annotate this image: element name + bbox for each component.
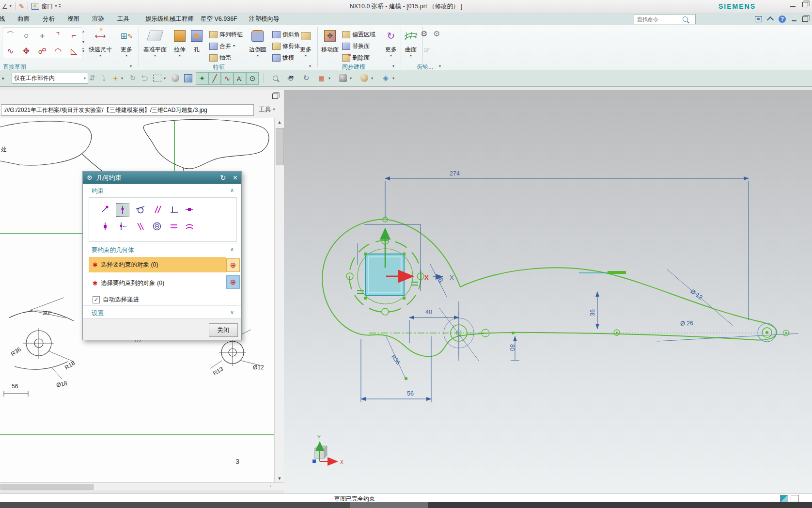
offset-curve-icon[interactable]: ☍ (34, 44, 50, 59)
fillet-icon[interactable]: ⌝ (50, 28, 66, 44)
snap-disabled-icon-2[interactable]: ⤵ (98, 72, 109, 84)
restore-button[interactable] (802, 2, 808, 7)
fullscreen-icon[interactable] (755, 16, 762, 22)
offset-region-button[interactable]: 偏置区域 (342, 29, 375, 40)
surface-button[interactable]: 曲面▾ (399, 27, 422, 63)
selection-scope-combo[interactable]: 仅在工作部件内▾ (12, 73, 88, 84)
select-object-crosshair-button[interactable]: ⊕ (226, 258, 240, 272)
grid-scroll-down[interactable]: ▾ (82, 40, 84, 44)
grid-display-icon[interactable]: ▦ (316, 72, 328, 84)
pan-window-icon[interactable]: 🖑 (285, 72, 297, 84)
color-palette-icon[interactable]: ◈ (380, 72, 391, 84)
selection-filter-dropdown[interactable]: ▾ (121, 76, 123, 80)
help-icon[interactable]: ? (779, 16, 786, 23)
zoom-window-icon[interactable] (269, 72, 281, 84)
snap-curve-toggle-icon[interactable]: ∿ (221, 72, 234, 85)
equal-length-constraint-icon[interactable] (168, 220, 180, 233)
refresh-view-icon[interactable]: ↻ (300, 72, 312, 84)
minimize-ribbon-icon[interactable] (767, 16, 774, 23)
select-target-row[interactable]: ✱选择要约束到的对象 (0) (89, 275, 226, 291)
tab-tools[interactable]: 工具 (114, 13, 132, 25)
grid-display-dropdown[interactable]: ▾ (328, 76, 330, 80)
snap-endpoint-toggle-icon[interactable]: ╱ (208, 72, 221, 85)
rectangle-select-icon[interactable] (151, 72, 163, 84)
feature-more-button[interactable]: 更多▾ (295, 27, 317, 63)
rectangle-select-dropdown[interactable]: ▾ (164, 76, 166, 80)
dim-dia26[interactable]: Ø 26 (680, 319, 694, 327)
sync-group-dropdown[interactable]: ▾ (392, 64, 394, 68)
grid-expand[interactable]: ▾ (82, 48, 84, 53)
corner-triangle-icon[interactable]: ◺ (66, 44, 82, 59)
parallel-constraint-icon[interactable] (151, 203, 163, 216)
tab-surface[interactable]: 曲面 (15, 13, 32, 25)
feature-group-dropdown[interactable]: ▾ (309, 64, 311, 68)
profile-icon[interactable]: ⌒ (2, 28, 18, 44)
point-icon[interactable]: ＋ (34, 28, 50, 44)
move-face-button[interactable]: ✥ 移动面 (318, 27, 342, 63)
equal-slope-constraint-icon[interactable] (134, 220, 146, 233)
unite-button[interactable]: 合并▾ (209, 41, 235, 51)
scroll-right-icon[interactable]: › (270, 484, 271, 489)
snap-point-toggle-icon[interactable]: ✦ (196, 72, 208, 85)
select-object-row[interactable]: ✱选择要约束的对象 (0) (89, 257, 226, 272)
equal-curvature-constraint-icon[interactable] (183, 220, 196, 233)
material-sphere-dropdown[interactable]: ▾ (371, 76, 373, 80)
doc-restore-icon[interactable] (802, 16, 808, 22)
select-target-crosshair-button[interactable]: ⊕ (226, 275, 240, 289)
replace-face-button[interactable]: 替换面 (342, 41, 370, 51)
dim-56[interactable]: 56 (407, 390, 414, 397)
delete-face-button[interactable]: 删除面 (342, 52, 370, 63)
material-sphere-icon[interactable] (359, 72, 370, 84)
render-style-dropdown[interactable]: ▾ (350, 76, 352, 80)
snap-center-toggle-icon[interactable]: ⊙ (246, 72, 259, 85)
tangent-constraint-icon[interactable] (134, 203, 146, 216)
reset-icon[interactable]: ↻ (220, 174, 226, 182)
panel-vertical-scrollbar[interactable]: ▲ ▼ (274, 118, 284, 482)
edge-blend-button[interactable]: 边倒圆▾ (245, 27, 270, 63)
concentric-constraint-icon[interactable] (151, 220, 163, 233)
dim-274[interactable]: 274 (450, 170, 460, 177)
search-icon[interactable] (683, 16, 688, 22)
search-input[interactable] (636, 16, 683, 23)
dim-r36[interactable]: R36 (390, 353, 402, 366)
dim-45[interactable]: 45 (436, 276, 444, 285)
panel-restore-icon[interactable] (272, 94, 278, 99)
rotate-disabled-icon[interactable]: ↻ (127, 72, 139, 84)
tab-entertainment-engineer[interactable]: 娱乐级机械工程师 (142, 13, 197, 25)
auto-select-checkbox[interactable]: ✓ (93, 296, 100, 303)
midpoint-constraint-icon[interactable] (99, 220, 111, 233)
horizontal-constraint-icon[interactable] (183, 203, 196, 216)
gear-hand-icon[interactable]: ☞ (423, 46, 430, 54)
panel-horizontal-scrollbar[interactable]: › (0, 482, 284, 490)
datum-plane-button[interactable]: 基准平面▾ (141, 27, 169, 63)
quick-dimension-button[interactable]: ⟷⚡ 快速尺寸▾ (87, 27, 113, 63)
scroll-up-icon[interactable]: ▲ (275, 120, 284, 125)
hole-button[interactable]: 孔 (187, 27, 206, 63)
solid-cube-icon[interactable] (182, 72, 194, 84)
toolbar-overflow-dropdown[interactable]: ▾ (2, 76, 4, 81)
studio-spline-icon[interactable]: ∿ (2, 44, 18, 59)
point-on-line-constraint-icon[interactable] (116, 220, 128, 233)
tab-starry[interactable]: 星空 V6.936F (198, 13, 240, 25)
tab-curve[interactable]: 线 (0, 13, 8, 25)
command-search[interactable] (634, 14, 696, 24)
constraints-collapse-icon[interactable]: ∧ (230, 187, 234, 193)
chamfer-corner-icon[interactable]: ⌐ (66, 28, 82, 44)
tab-view[interactable]: 视图 (64, 13, 82, 25)
move-curve-icon[interactable]: ✥ (18, 44, 34, 59)
tab-render[interactable]: 渲染 (89, 13, 107, 25)
dim-80[interactable]: 80 (509, 344, 515, 351)
selection-filter-icon[interactable]: ＋ (109, 72, 121, 84)
arc-triangle-icon[interactable]: ◠ (50, 44, 66, 59)
shaded-sphere-icon[interactable] (170, 72, 181, 84)
draft-button[interactable]: 拔模 (272, 52, 294, 63)
panel-tools-button[interactable]: 工具▾ (252, 104, 282, 115)
minimize-button[interactable] (790, 6, 796, 7)
tab-mold-wizard[interactable]: 注塑模向导 (246, 13, 282, 25)
dim-40[interactable]: 40 (425, 309, 432, 316)
dialog-close-button[interactable]: 关闭 (209, 323, 238, 337)
snap-disabled-icon-1[interactable]: ⇵ (86, 72, 98, 84)
scroll-down-icon[interactable]: ▼ (275, 476, 284, 481)
render-style-icon[interactable] (337, 72, 349, 84)
pattern-feature-button[interactable]: 阵列特征 (209, 29, 243, 40)
